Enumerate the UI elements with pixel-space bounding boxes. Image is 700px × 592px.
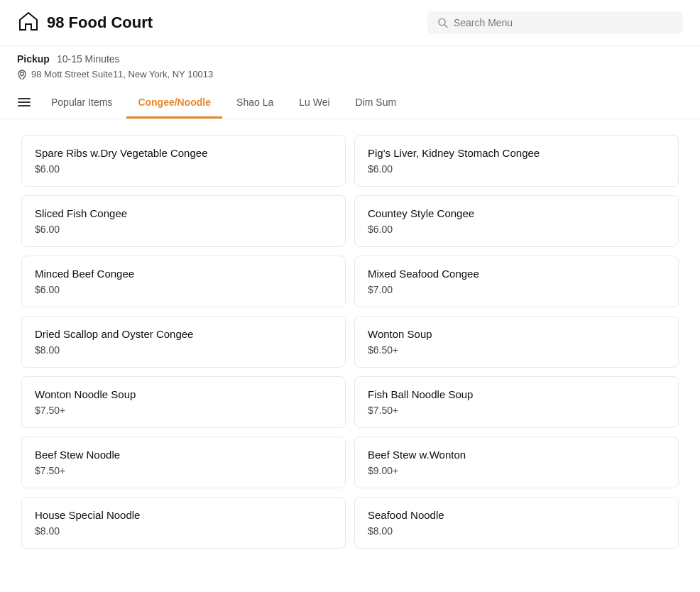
pickup-time: 10-15 Minutes [57, 53, 120, 65]
item-name: Sliced Fish Congee [35, 207, 332, 219]
tab-popular-items[interactable]: Popular Items [40, 88, 124, 119]
item-name: Pig's Liver, Kidney Stomach Congee [368, 147, 665, 159]
info-bar: Pickup 10-15 Minutes 98 Mott Street Suit… [0, 46, 700, 82]
item-name: Beef Stew Noodle [35, 449, 332, 461]
item-price: $8.00 [368, 525, 665, 537]
item-name: Mixed Seafood Congee [368, 268, 665, 280]
menu-item[interactable]: Spare Ribs w.Dry Vegetable Congee $6.00 [21, 135, 346, 187]
house-icon [17, 10, 40, 35]
menu-item[interactable]: Wonton Soup $6.50+ [354, 316, 679, 368]
item-price: $6.00 [35, 284, 332, 295]
item-price: $6.50+ [368, 344, 665, 356]
tab-congee-noodle[interactable]: Congee/Noodle [126, 88, 222, 119]
search-icon [437, 17, 448, 28]
item-price: $7.50+ [35, 405, 332, 416]
menu-item[interactable]: Wonton Noodle Soup $7.50+ [21, 376, 346, 428]
location-icon [17, 70, 27, 80]
header-logo: 98 Food Court [17, 10, 427, 35]
item-name: Countey Style Congee [368, 207, 665, 219]
search-bar[interactable] [427, 11, 683, 34]
menu-item[interactable]: Seafood Noodle $8.00 [354, 497, 679, 549]
address-text: 98 Mott Street Suite11, New York, NY 100… [31, 69, 213, 80]
item-name: Beef Stew w.Wonton [368, 449, 665, 461]
menu-item[interactable]: Beef Stew Noodle $7.50+ [21, 437, 346, 488]
menu-item[interactable]: Pig's Liver, Kidney Stomach Congee $6.00 [354, 135, 679, 187]
menu-item[interactable]: Countey Style Congee $6.00 [354, 195, 679, 247]
address-row: 98 Mott Street Suite11, New York, NY 100… [17, 69, 683, 80]
menu-grid: Spare Ribs w.Dry Vegetable Congee $6.00 … [0, 119, 700, 564]
item-name: Minced Beef Congee [35, 268, 332, 280]
item-price: $6.00 [35, 224, 332, 235]
item-price: $6.00 [368, 224, 665, 235]
tab-dim-sum[interactable]: Dim Sum [344, 88, 408, 119]
item-name: House Special Noodle [35, 509, 332, 521]
menu-item[interactable]: Minced Beef Congee $6.00 [21, 256, 346, 307]
item-name: Dried Scallop and Oyster Congee [35, 328, 332, 340]
menu-item[interactable]: Mixed Seafood Congee $7.00 [354, 256, 679, 307]
menu-item[interactable]: House Special Noodle $8.00 [21, 497, 346, 549]
item-price: $7.00 [368, 284, 665, 295]
svg-line-1 [444, 25, 447, 28]
svg-point-2 [21, 72, 24, 75]
menu-item[interactable]: Sliced Fish Congee $6.00 [21, 195, 346, 247]
menu-item[interactable]: Dried Scallop and Oyster Congee $8.00 [21, 316, 346, 368]
pickup-label: Pickup [17, 53, 50, 65]
item-price: $6.00 [368, 163, 665, 175]
item-name: Seafood Noodle [368, 509, 665, 521]
tab-shao-la[interactable]: Shao La [225, 88, 285, 119]
header: 98 Food Court [0, 0, 700, 46]
menu-item[interactable]: Fish Ball Noodle Soup $7.50+ [354, 376, 679, 428]
menu-icon[interactable] [17, 95, 31, 112]
item-price: $7.50+ [368, 405, 665, 416]
tab-lu-wei[interactable]: Lu Wei [288, 88, 341, 119]
restaurant-name: 98 Food Court [47, 13, 153, 32]
item-name: Wonton Noodle Soup [35, 388, 332, 400]
search-input[interactable] [454, 17, 673, 28]
item-name: Spare Ribs w.Dry Vegetable Congee [35, 147, 332, 159]
item-price: $7.50+ [35, 465, 332, 476]
item-price: $6.00 [35, 163, 332, 175]
item-price: $8.00 [35, 525, 332, 537]
item-price: $8.00 [35, 344, 332, 356]
item-name: Wonton Soup [368, 328, 665, 340]
menu-item[interactable]: Beef Stew w.Wonton $9.00+ [354, 437, 679, 488]
navigation: Popular Items Congee/Noodle Shao La Lu W… [0, 88, 700, 119]
item-name: Fish Ball Noodle Soup [368, 388, 665, 400]
pickup-row: Pickup 10-15 Minutes [17, 53, 683, 65]
item-price: $9.00+ [368, 465, 665, 476]
